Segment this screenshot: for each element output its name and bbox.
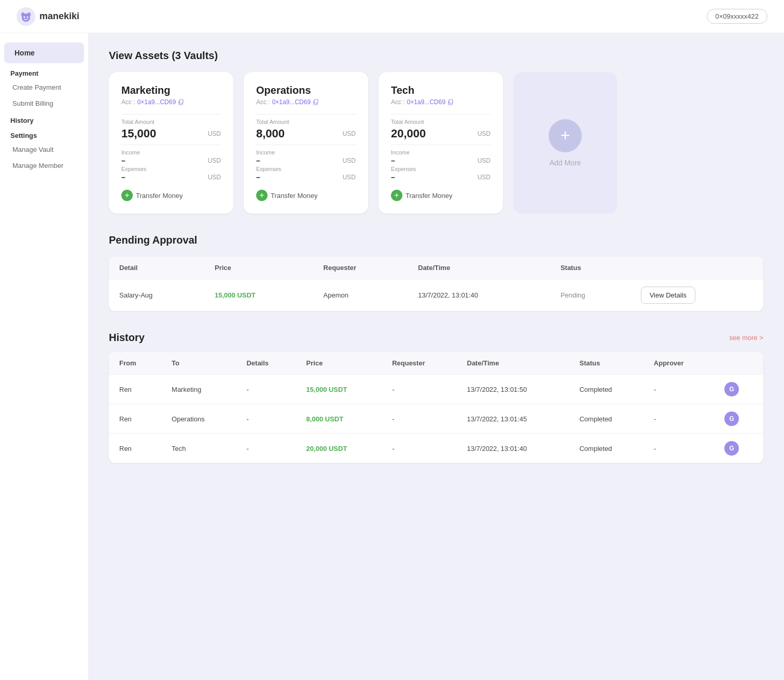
sidebar-history-label: History xyxy=(0,111,88,126)
th-datetime: Date/Time xyxy=(408,257,550,279)
sidebar-item-home[interactable]: Home xyxy=(4,42,84,63)
vault-total-label-0: Total Amount xyxy=(121,119,155,125)
vault-amount-0: 15,000 xyxy=(121,127,156,140)
history-price-2: 20,000 USDT xyxy=(296,434,382,463)
history-requester-1: - xyxy=(382,404,456,434)
add-more-label: Add More xyxy=(550,159,581,167)
pending-datetime-0: 13/7/2022, 13:01:40 xyxy=(408,279,550,311)
layout: Home Payment Create Payment Submit Billi… xyxy=(0,33,784,680)
vault-expenses-label-2: Expenses xyxy=(391,166,416,172)
history-approver-0: - xyxy=(643,375,714,404)
vault-amount-1: 8,000 xyxy=(256,127,285,140)
transfer-btn-0[interactable]: + Transfer Money xyxy=(121,190,221,201)
pending-section: Pending Approval Detail Price Requester … xyxy=(109,234,763,311)
vault-income-currency-0: USD xyxy=(208,157,221,164)
vault-income-label-0: Income xyxy=(121,149,140,155)
th-status: Status xyxy=(550,257,631,279)
history-details-0: - xyxy=(236,375,296,404)
th-datetime-h: Date/Time xyxy=(457,352,569,375)
history-from-0: Ren xyxy=(109,375,161,404)
history-price-0: 15,000 USDT xyxy=(296,375,382,404)
vault-card-marketing: Marketing Acc : 0×1a9...CD69 Total Amoun… xyxy=(109,72,233,214)
pending-price-0: 15,000 USDT xyxy=(204,279,313,311)
view-details-button-0[interactable]: View Details xyxy=(641,287,695,304)
vault-acc-value-2: 0×1a9...CD69 xyxy=(407,98,445,106)
vault-income-val-0: – xyxy=(121,157,125,165)
history-title: History xyxy=(109,332,145,344)
transfer-btn-2[interactable]: + Transfer Money xyxy=(391,190,491,201)
history-header: History see more > xyxy=(109,332,763,344)
vault-currency-2: USD xyxy=(478,130,491,137)
th-avatar xyxy=(714,352,763,375)
vault-currency-0: USD xyxy=(208,130,221,137)
vault-income-currency-1: USD xyxy=(343,157,356,164)
sidebar-item-submit-billing[interactable]: Submit Billing xyxy=(0,95,88,111)
vault-acc-0: Acc : 0×1a9...CD69 xyxy=(121,98,221,106)
transfer-btn-1[interactable]: + Transfer Money xyxy=(256,190,356,201)
svg-rect-9 xyxy=(314,100,318,103)
sidebar-item-manage-member[interactable]: Manage Member xyxy=(0,158,88,174)
th-from: From xyxy=(109,352,161,375)
vault-acc-label-1: Acc : xyxy=(256,98,270,106)
vault-amount-2: 20,000 xyxy=(391,127,426,140)
vault-income-val-2: – xyxy=(391,157,395,165)
vault-name-0: Marketing xyxy=(121,84,221,96)
history-details-2: - xyxy=(236,434,296,463)
sidebar-item-manage-vault[interactable]: Manage Vault xyxy=(0,141,88,158)
history-table-container: From To Details Price Requester Date/Tim… xyxy=(109,352,763,463)
history-approver-2: - xyxy=(643,434,714,463)
pending-header-row: Detail Price Requester Date/Time Status xyxy=(109,257,763,279)
transfer-circle-2: + xyxy=(391,190,402,201)
th-requester-h: Requester xyxy=(382,352,456,375)
transfer-circle-1: + xyxy=(256,190,268,201)
vault-acc-label-0: Acc : xyxy=(121,98,135,106)
pending-action-0: View Details xyxy=(631,279,763,311)
svg-rect-7 xyxy=(179,100,183,103)
avatar-0: G xyxy=(724,382,739,396)
history-datetime-1: 13/7/2022, 13:01:45 xyxy=(457,404,569,434)
sidebar: Home Payment Create Payment Submit Billi… xyxy=(0,33,88,680)
view-assets-title: View Assets (3 Vaults) xyxy=(109,50,763,62)
vault-name-2: Tech xyxy=(391,84,491,96)
see-more-link[interactable]: see more > xyxy=(730,334,763,342)
vault-acc-2: Acc : 0×1a9...CD69 xyxy=(391,98,491,106)
pending-table-container: Detail Price Requester Date/Time Status … xyxy=(109,257,763,311)
vault-name-1: Operations xyxy=(256,84,356,96)
history-from-2: Ren xyxy=(109,434,161,463)
th-price: Price xyxy=(204,257,313,279)
transfer-label-2: Transfer Money xyxy=(405,192,453,200)
logo-icon xyxy=(17,7,35,26)
add-more-card[interactable]: + Add More xyxy=(513,72,617,214)
pending-detail-0: Salary-Aug xyxy=(109,279,204,311)
svg-rect-11 xyxy=(449,100,453,103)
vault-expenses-currency-2: USD xyxy=(478,174,491,181)
sidebar-payment-label: Payment xyxy=(0,64,88,79)
th-details: Details xyxy=(236,352,296,375)
main-content: View Assets (3 Vaults) Marketing Acc : 0… xyxy=(88,33,784,680)
th-actions xyxy=(631,257,763,279)
copy-icon-0[interactable] xyxy=(178,99,184,105)
wallet-badge[interactable]: 0×09xxxxx422 xyxy=(707,9,767,24)
history-table: From To Details Price Requester Date/Tim… xyxy=(109,352,763,463)
vault-acc-value-1: 0×1a9...CD69 xyxy=(272,98,311,106)
th-to: To xyxy=(161,352,236,375)
sidebar-item-create-payment[interactable]: Create Payment xyxy=(0,79,88,95)
th-detail: Detail xyxy=(109,257,204,279)
th-status-h: Status xyxy=(569,352,643,375)
copy-icon-1[interactable] xyxy=(313,99,319,105)
logo-area: manekiki xyxy=(17,7,79,26)
transfer-label-0: Transfer Money xyxy=(136,192,183,200)
th-requester: Requester xyxy=(313,257,408,279)
vault-acc-1: Acc : 0×1a9...CD69 xyxy=(256,98,356,106)
vault-currency-1: USD xyxy=(343,130,356,137)
copy-icon-2[interactable] xyxy=(447,99,454,105)
vault-expenses-val-2: – xyxy=(391,173,395,181)
history-status-0: Completed xyxy=(569,375,643,404)
transfer-label-1: Transfer Money xyxy=(271,192,318,200)
vault-expenses-currency-1: USD xyxy=(343,174,356,181)
vault-cards: Marketing Acc : 0×1a9...CD69 Total Amoun… xyxy=(109,72,763,214)
pending-requester-0: Apemon xyxy=(313,279,408,311)
history-details-1: - xyxy=(236,404,296,434)
vault-expenses-label-0: Expenses xyxy=(121,166,146,172)
pending-status-0: Pending xyxy=(550,279,631,311)
